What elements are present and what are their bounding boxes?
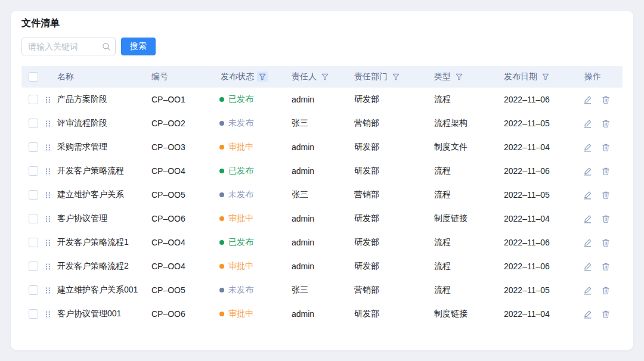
row-checkbox[interactable] (29, 238, 38, 247)
table-row: 建立维护客户关系 CP–OO5 未发布 张三 营销部 流程 2022–11–05 (21, 183, 623, 207)
cell-name: 评审流程阶段 (56, 118, 150, 129)
cell-type: 流程 (433, 94, 503, 105)
cell-code: CP–OO3 (150, 142, 219, 152)
filter-funnel-icon[interactable] (257, 71, 268, 82)
cell-owner: 张三 (290, 189, 353, 200)
edit-button[interactable] (583, 238, 592, 247)
status-dot (219, 121, 224, 126)
table-row: 开发客户策略流程 CP–OO4 已发布 admin 研发部 流程 2022–11… (21, 159, 623, 183)
cell-publish-date: 2022–11–06 (503, 262, 583, 271)
edit-button[interactable] (583, 191, 592, 200)
row-checkbox[interactable] (29, 285, 38, 295)
drag-handle-icon[interactable] (45, 120, 56, 127)
drag-handle-icon[interactable] (45, 263, 56, 270)
edit-button[interactable] (583, 119, 592, 128)
cell-department: 研发部 (353, 166, 433, 176)
cell-operations (583, 262, 623, 271)
row-checkbox[interactable] (29, 166, 38, 176)
delete-button[interactable] (602, 310, 610, 319)
row-checkbox-cell (21, 95, 45, 104)
cell-publish-date: 2022–11–04 (503, 309, 583, 319)
search-button[interactable]: 搜索 (121, 38, 156, 55)
cell-code: CP–OO2 (150, 119, 219, 128)
row-checkbox-cell (21, 214, 45, 223)
cell-publish-date: 2022–11–06 (503, 95, 583, 104)
filter-funnel-icon[interactable] (454, 71, 465, 82)
row-checkbox-cell (21, 142, 45, 152)
delete-button[interactable] (602, 143, 610, 152)
cell-status: 已发布 (219, 94, 290, 105)
row-checkbox[interactable] (29, 119, 38, 128)
cell-code: CP–OO4 (150, 262, 219, 271)
cell-owner: admin (290, 262, 353, 271)
column-header-label: 责任部门 (354, 71, 388, 82)
delete-button[interactable] (602, 286, 610, 295)
delete-button[interactable] (602, 95, 610, 104)
drag-handle-icon[interactable] (45, 310, 56, 318)
row-checkbox[interactable] (29, 190, 38, 200)
cell-publish-date: 2022–11–04 (503, 214, 583, 223)
cell-owner: 张三 (290, 285, 353, 295)
cell-name: 客户协议管理001 (56, 309, 150, 319)
row-checkbox[interactable] (29, 262, 38, 271)
drag-handle-icon[interactable] (45, 167, 56, 175)
cell-publish-date: 2022–11–04 (503, 142, 583, 152)
row-checkbox-cell (21, 285, 45, 295)
drag-handle-icon[interactable] (45, 191, 56, 199)
column-header-dept: 责任部门 (353, 71, 433, 82)
delete-button[interactable] (602, 119, 610, 128)
cell-status: 未发布 (219, 118, 290, 129)
edit-button[interactable] (583, 143, 592, 152)
cell-name: 开发客户策略流程2 (56, 261, 150, 272)
row-checkbox[interactable] (29, 142, 38, 152)
delete-button[interactable] (602, 191, 610, 200)
edit-button[interactable] (583, 167, 592, 176)
row-checkbox[interactable] (29, 214, 38, 223)
delete-button[interactable] (602, 167, 610, 176)
cell-type: 流程 (433, 261, 503, 272)
delete-button[interactable] (602, 214, 610, 223)
drag-handle-icon[interactable] (45, 239, 56, 247)
cell-owner: admin (290, 309, 353, 319)
row-checkbox[interactable] (29, 309, 38, 319)
status-label: 已发布 (228, 237, 253, 248)
cell-operations (583, 167, 623, 176)
select-all-checkbox[interactable] (29, 72, 38, 82)
cell-type: 流程架构 (433, 118, 503, 129)
column-header-label: 责任人 (292, 71, 317, 82)
cell-department: 研发部 (353, 213, 433, 224)
drag-handle-icon[interactable] (45, 287, 56, 294)
status-label: 审批中 (228, 213, 253, 224)
drag-handle-icon[interactable] (45, 96, 56, 104)
cell-status: 已发布 (219, 237, 290, 248)
cell-operations (583, 214, 623, 223)
cell-code: CP–OO4 (150, 238, 219, 247)
cell-publish-date: 2022–11–06 (503, 166, 583, 176)
cell-code: CP–OO6 (150, 214, 219, 223)
edit-button[interactable] (583, 214, 592, 223)
row-checkbox[interactable] (29, 95, 38, 104)
drag-handle-icon[interactable] (45, 144, 56, 151)
status-dot (219, 312, 224, 316)
cell-status: 未发布 (219, 189, 290, 200)
delete-button[interactable] (602, 262, 610, 271)
cell-status: 审批中 (219, 309, 290, 319)
filter-funnel-icon[interactable] (540, 71, 551, 82)
drag-handle-icon[interactable] (45, 215, 56, 223)
delete-button[interactable] (602, 238, 610, 247)
edit-button[interactable] (583, 95, 592, 104)
search-input[interactable] (22, 38, 115, 55)
status-label: 已发布 (228, 94, 253, 105)
row-checkbox-cell (21, 262, 45, 271)
filter-funnel-icon[interactable] (391, 71, 401, 82)
cell-publish-date: 2022–11–06 (503, 238, 583, 247)
column-header-label: 编号 (151, 71, 168, 82)
edit-button[interactable] (583, 310, 592, 319)
filter-funnel-icon[interactable] (320, 71, 330, 82)
cell-owner: 张三 (290, 118, 353, 129)
edit-button[interactable] (583, 286, 592, 295)
edit-button[interactable] (583, 262, 592, 271)
cell-code: CP–OO5 (150, 190, 219, 200)
cell-operations (583, 286, 623, 295)
cell-department: 营销部 (353, 118, 433, 129)
